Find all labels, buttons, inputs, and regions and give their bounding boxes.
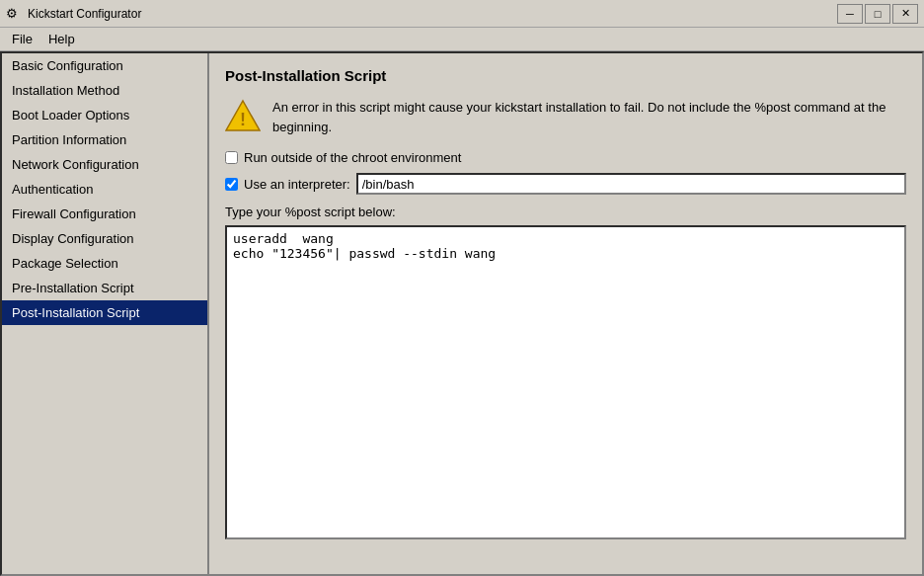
warning-icon: ! (225, 98, 261, 133)
menu-file[interactable]: File (4, 30, 40, 48)
sidebar-item-authentication[interactable]: Authentication (2, 177, 207, 202)
chroot-label[interactable]: Run outside of the chroot environment (244, 150, 461, 165)
sidebar-item-package-selection[interactable]: Package Selection (2, 251, 207, 276)
titlebar: ⚙ Kickstart Configurator ─ □ ✕ (0, 0, 924, 28)
interpreter-input[interactable] (356, 173, 906, 195)
maximize-button[interactable]: □ (865, 4, 890, 24)
main-layout: Basic Configuration Installation Method … (0, 51, 924, 576)
sidebar-item-partition-information[interactable]: Partition Information (2, 127, 207, 152)
warning-text: An error in this script might cause your… (272, 98, 906, 136)
window-title: Kickstart Configurator (28, 7, 141, 21)
sidebar-item-installation-method[interactable]: Installation Method (2, 78, 207, 103)
sidebar-item-firewall-configuration[interactable]: Firewall Configuration (2, 202, 207, 226)
sidebar-item-boot-loader-options[interactable]: Boot Loader Options (2, 103, 207, 127)
interpreter-label[interactable]: Use an interpreter: (244, 177, 350, 192)
svg-text:!: ! (240, 110, 246, 129)
sidebar-item-post-installation-script[interactable]: Post-Installation Script (2, 300, 207, 325)
minimize-button[interactable]: ─ (837, 4, 863, 24)
script-textarea[interactable] (225, 225, 906, 539)
type-label: Type your %post script below: (225, 205, 906, 219)
chroot-row: Run outside of the chroot environment (225, 150, 906, 165)
sidebar-item-pre-installation-script[interactable]: Pre-Installation Script (2, 276, 207, 300)
app-icon: ⚙ (6, 6, 22, 22)
interpreter-row: Use an interpreter: (225, 173, 906, 195)
warning-box: ! An error in this script might cause yo… (225, 98, 906, 136)
titlebar-left: ⚙ Kickstart Configurator (6, 6, 141, 22)
menubar: File Help (0, 28, 924, 51)
sidebar-item-basic-configuration[interactable]: Basic Configuration (2, 53, 207, 78)
close-button[interactable]: ✕ (892, 4, 918, 24)
interpreter-checkbox[interactable] (225, 178, 238, 191)
sidebar-item-network-configuration[interactable]: Network Configuration (2, 152, 207, 177)
menu-help[interactable]: Help (40, 30, 83, 48)
content-area: Post-Installation Script ! An error in t… (209, 53, 922, 574)
sidebar: Basic Configuration Installation Method … (2, 53, 209, 574)
titlebar-buttons: ─ □ ✕ (837, 4, 918, 24)
chroot-checkbox[interactable] (225, 151, 238, 164)
sidebar-item-display-configuration[interactable]: Display Configuration (2, 226, 207, 251)
section-title: Post-Installation Script (225, 67, 906, 84)
